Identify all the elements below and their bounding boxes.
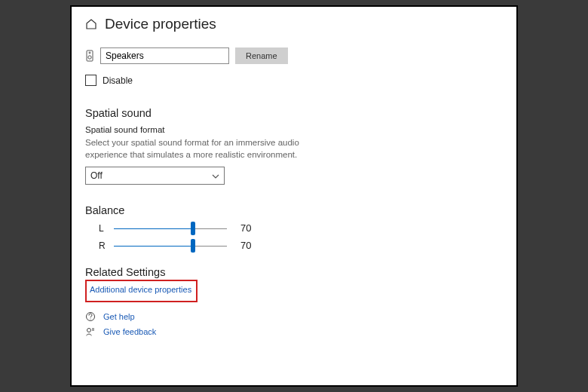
balance-heading: Balance [85, 204, 509, 216]
spatial-description: Select your spatial sound format for an … [85, 137, 311, 161]
settings-window: Device properties Rename Disable Spatial… [70, 5, 518, 387]
device-name-row: Rename [85, 47, 509, 64]
disable-checkbox[interactable] [85, 75, 96, 86]
chevron-down-icon [212, 172, 219, 179]
balance-right-label: R [99, 240, 108, 251]
give-feedback-link[interactable]: Give feedback [103, 327, 156, 336]
page-title: Device properties [105, 16, 216, 32]
help-icon [85, 311, 96, 322]
highlight-box: Additional device properties [85, 280, 198, 302]
slider-thumb[interactable] [191, 222, 195, 235]
device-name-input[interactable] [100, 47, 229, 64]
give-feedback-row: Give feedback [85, 326, 509, 337]
get-help-link[interactable]: Get help [103, 312, 135, 321]
slider-thumb[interactable] [191, 239, 195, 253]
spatial-heading: Spatial sound [85, 107, 509, 119]
balance-right-value: 70 [240, 240, 263, 251]
spatial-sound-section: Spatial sound Spatial sound format Selec… [85, 107, 509, 185]
spatial-selected-value: Off [90, 170, 103, 181]
svg-point-5 [87, 329, 91, 332]
balance-left-value: 70 [240, 222, 263, 234]
balance-section: Balance L 70 R 70 [85, 204, 509, 251]
svg-point-1 [88, 56, 91, 59]
balance-left-slider[interactable] [114, 224, 227, 233]
balance-right-row: R 70 [85, 240, 509, 251]
related-heading: Related Settings [85, 266, 509, 278]
related-settings-section: Related Settings Additional device prope… [85, 266, 509, 337]
balance-left-row: L 70 [85, 222, 509, 234]
spatial-format-select[interactable]: Off [85, 167, 225, 185]
disable-label: Disable [103, 75, 133, 86]
additional-device-properties-link[interactable]: Additional device properties [90, 285, 191, 294]
balance-left-label: L [99, 223, 108, 234]
svg-point-4 [90, 318, 90, 319]
home-icon[interactable] [85, 18, 97, 30]
rename-button[interactable]: Rename [235, 47, 288, 64]
feedback-icon [85, 326, 96, 337]
get-help-row: Get help [85, 311, 509, 322]
spatial-sub-label: Spatial sound format [85, 125, 509, 134]
disable-row: Disable [85, 75, 509, 86]
speaker-icon [85, 50, 94, 62]
svg-point-2 [89, 52, 90, 54]
balance-right-slider[interactable] [114, 241, 227, 250]
title-row: Device properties [85, 16, 509, 32]
